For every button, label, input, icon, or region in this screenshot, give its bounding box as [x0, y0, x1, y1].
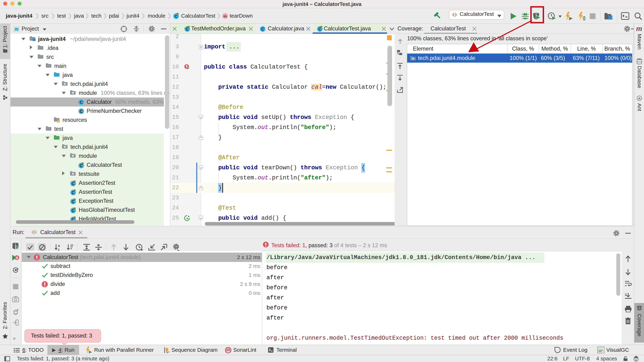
svg-text:z: z — [58, 248, 60, 251]
svg-text:C: C — [72, 208, 75, 213]
svg-text:C: C — [175, 14, 178, 19]
svg-text:a: a — [58, 244, 60, 248]
svg-text:C: C — [80, 109, 83, 114]
svg-text:C: C — [80, 100, 83, 105]
svg-text:C: C — [72, 199, 75, 204]
svg-text:C: C — [72, 181, 75, 186]
svg-text:C: C — [72, 190, 75, 195]
svg-text:C: C — [261, 27, 264, 32]
svg-text:C: C — [186, 27, 189, 32]
svg-text:9: 9 — [16, 256, 18, 260]
svg-text:C: C — [318, 27, 322, 32]
svg-text:C: C — [80, 163, 83, 168]
svg-text:m: m — [224, 14, 227, 18]
